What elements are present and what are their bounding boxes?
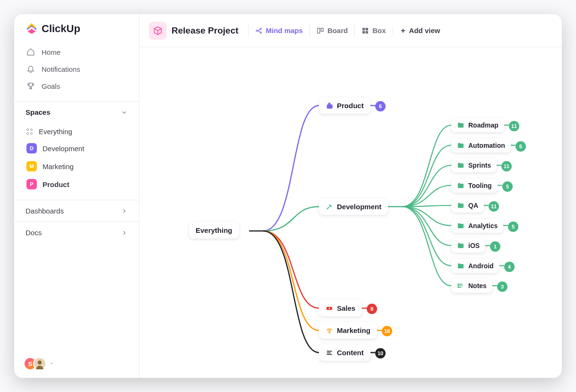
- nav-notifications[interactable]: Notifications: [22, 60, 131, 77]
- space-badge: D: [26, 143, 37, 153]
- node-roadmap[interactable]: Roadmap: [451, 118, 504, 132]
- mindmap-canvas[interactable]: Everything Product Development Sales Mar…: [139, 47, 562, 378]
- node-label: Marketing: [337, 326, 370, 334]
- count-badge: 4: [504, 262, 515, 272]
- count-badge: 3: [497, 281, 507, 292]
- avatar-user[interactable]: [33, 357, 46, 370]
- tab-box[interactable]: Box: [354, 24, 392, 37]
- node-label: Notes: [468, 282, 487, 290]
- caret-down-icon[interactable]: [49, 361, 54, 366]
- tab-mindmaps[interactable]: Mind maps: [248, 24, 309, 37]
- svg-rect-9: [366, 31, 368, 33]
- chevron-right-icon: [121, 208, 128, 214]
- nav-home-label: Home: [42, 48, 60, 56]
- node-label: iOS: [468, 242, 480, 249]
- space-badge: M: [26, 161, 37, 171]
- tab-board-label: Board: [327, 26, 348, 34]
- space-marketing[interactable]: M Marketing: [22, 157, 131, 175]
- svg-rect-4: [318, 28, 320, 33]
- count-badge: 5: [502, 181, 513, 192]
- node-label: Automation: [468, 142, 505, 149]
- app-window: ClickUp Home Notifications Goals Spaces: [14, 14, 562, 378]
- space-product[interactable]: P Product: [22, 175, 131, 193]
- node-label: Sales: [337, 304, 355, 312]
- sidebar-docs-label: Docs: [26, 229, 42, 237]
- project-icon[interactable]: [149, 22, 167, 40]
- node-sales[interactable]: Sales: [319, 300, 362, 316]
- space-label: Development: [43, 145, 84, 153]
- box-icon: [361, 27, 369, 34]
- node-content[interactable]: Content: [319, 344, 370, 361]
- svg-point-3: [260, 32, 261, 33]
- node-automation[interactable]: Automation: [451, 138, 511, 153]
- board-icon: [317, 27, 324, 34]
- sidebar-footer: S: [14, 349, 139, 378]
- plus-icon: [400, 27, 406, 34]
- node-label: Roadmap: [468, 121, 499, 129]
- sidebar-dashboards-label: Dashboards: [26, 207, 64, 215]
- count-badge: 18: [382, 326, 392, 336]
- count-badge: 8: [367, 304, 377, 314]
- nav-notifications-label: Notifications: [42, 65, 80, 73]
- chevron-right-icon: [121, 230, 128, 236]
- home-icon: [26, 48, 35, 56]
- svg-point-1: [256, 30, 258, 31]
- tab-board[interactable]: Board: [309, 24, 354, 37]
- svg-point-2: [260, 28, 261, 29]
- spaces-list: Everything D Development M Marketing P P…: [14, 122, 139, 200]
- node-label: Sprints: [468, 162, 491, 169]
- mindmap-icon: [255, 27, 263, 34]
- space-badge: P: [26, 179, 37, 189]
- count-badge: 10: [375, 348, 386, 358]
- topbar: Release Project Mind maps Board Box Add …: [139, 14, 562, 47]
- node-label: Analytics: [468, 222, 498, 230]
- space-label: Marketing: [43, 162, 74, 170]
- node-label: Product: [337, 102, 364, 110]
- tab-box-label: Box: [372, 26, 386, 34]
- node-development[interactable]: Development: [319, 198, 388, 215]
- cube-icon: [153, 26, 163, 35]
- nav-goals[interactable]: Goals: [22, 77, 131, 94]
- nav-goals-label: Goals: [42, 82, 60, 90]
- svg-point-27: [329, 307, 330, 309]
- node-qa[interactable]: QA: [451, 198, 484, 213]
- clickup-logo-icon: [26, 23, 38, 35]
- add-view-label: Add view: [409, 26, 440, 34]
- spaces-header[interactable]: Spaces: [14, 101, 139, 122]
- tab-mindmaps-label: Mind maps: [266, 26, 303, 34]
- space-label: Product: [43, 180, 69, 188]
- nav-primary: Home Notifications Goals: [14, 41, 139, 101]
- node-sprints[interactable]: Sprints: [451, 158, 497, 172]
- main: Release Project Mind maps Board Box Add …: [139, 14, 562, 378]
- avatar-group[interactable]: S: [24, 357, 46, 370]
- svg-point-30: [458, 285, 458, 286]
- brand-logo[interactable]: ClickUp: [14, 14, 139, 41]
- everything-icon: [26, 128, 33, 135]
- node-label: Development: [337, 203, 381, 211]
- node-notes[interactable]: Notes: [451, 279, 492, 293]
- trophy-icon: [26, 82, 35, 90]
- count-badge: 5: [508, 222, 518, 232]
- node-ios[interactable]: iOS: [451, 239, 485, 253]
- node-tooling[interactable]: Tooling: [451, 179, 498, 193]
- node-everything[interactable]: Everything: [189, 222, 239, 239]
- svg-point-29: [458, 284, 458, 284]
- add-view-button[interactable]: Add view: [393, 26, 440, 34]
- count-badge: 1: [490, 241, 500, 252]
- sidebar-dashboards[interactable]: Dashboards: [14, 200, 139, 222]
- project-title: Release Project: [172, 26, 239, 36]
- node-everything-label: Everything: [196, 226, 232, 234]
- space-everything[interactable]: Everything: [22, 124, 131, 139]
- node-product[interactable]: Product: [319, 97, 370, 114]
- svg-rect-5: [321, 28, 323, 31]
- svg-point-0: [38, 360, 42, 365]
- nav-home[interactable]: Home: [22, 43, 131, 60]
- sidebar: ClickUp Home Notifications Goals Spaces: [14, 14, 139, 378]
- sidebar-docs[interactable]: Docs: [14, 222, 139, 243]
- node-android[interactable]: Android: [451, 259, 499, 273]
- node-marketing[interactable]: Marketing: [319, 322, 377, 339]
- space-development[interactable]: D Development: [22, 139, 131, 157]
- svg-rect-25: [327, 206, 329, 209]
- brand-name: ClickUp: [42, 23, 80, 35]
- node-analytics[interactable]: Analytics: [451, 219, 503, 233]
